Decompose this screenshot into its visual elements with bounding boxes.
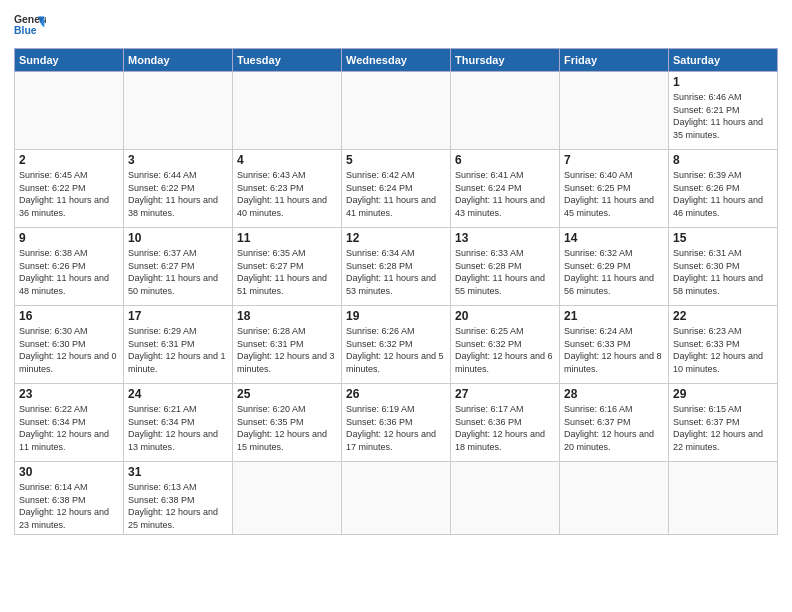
calendar-cell (451, 72, 560, 150)
day-number: 30 (19, 465, 119, 479)
day-number: 18 (237, 309, 337, 323)
calendar-cell: 6Sunrise: 6:41 AM Sunset: 6:24 PM Daylig… (451, 150, 560, 228)
calendar-cell: 8Sunrise: 6:39 AM Sunset: 6:26 PM Daylig… (669, 150, 778, 228)
calendar-week-row: 23Sunrise: 6:22 AM Sunset: 6:34 PM Dayli… (15, 384, 778, 462)
day-number: 28 (564, 387, 664, 401)
calendar-week-row: 9Sunrise: 6:38 AM Sunset: 6:26 PM Daylig… (15, 228, 778, 306)
day-info: Sunrise: 6:46 AM Sunset: 6:21 PM Dayligh… (673, 91, 773, 141)
weekday-header-wednesday: Wednesday (342, 49, 451, 72)
day-info: Sunrise: 6:25 AM Sunset: 6:32 PM Dayligh… (455, 325, 555, 375)
day-info: Sunrise: 6:23 AM Sunset: 6:33 PM Dayligh… (673, 325, 773, 375)
weekday-header-friday: Friday (560, 49, 669, 72)
calendar-cell: 7Sunrise: 6:40 AM Sunset: 6:25 PM Daylig… (560, 150, 669, 228)
day-info: Sunrise: 6:33 AM Sunset: 6:28 PM Dayligh… (455, 247, 555, 297)
day-info: Sunrise: 6:44 AM Sunset: 6:22 PM Dayligh… (128, 169, 228, 219)
day-number: 21 (564, 309, 664, 323)
day-info: Sunrise: 6:41 AM Sunset: 6:24 PM Dayligh… (455, 169, 555, 219)
calendar-week-row: 2Sunrise: 6:45 AM Sunset: 6:22 PM Daylig… (15, 150, 778, 228)
day-number: 15 (673, 231, 773, 245)
day-info: Sunrise: 6:13 AM Sunset: 6:38 PM Dayligh… (128, 481, 228, 531)
calendar-cell (233, 72, 342, 150)
calendar-cell (560, 462, 669, 535)
day-number: 26 (346, 387, 446, 401)
day-info: Sunrise: 6:19 AM Sunset: 6:36 PM Dayligh… (346, 403, 446, 453)
day-number: 27 (455, 387, 555, 401)
calendar-cell: 30Sunrise: 6:14 AM Sunset: 6:38 PM Dayli… (15, 462, 124, 535)
day-info: Sunrise: 6:16 AM Sunset: 6:37 PM Dayligh… (564, 403, 664, 453)
svg-text:Blue: Blue (14, 25, 37, 36)
day-number: 23 (19, 387, 119, 401)
day-info: Sunrise: 6:20 AM Sunset: 6:35 PM Dayligh… (237, 403, 337, 453)
day-number: 17 (128, 309, 228, 323)
day-info: Sunrise: 6:31 AM Sunset: 6:30 PM Dayligh… (673, 247, 773, 297)
calendar-cell: 29Sunrise: 6:15 AM Sunset: 6:37 PM Dayli… (669, 384, 778, 462)
calendar-cell (233, 462, 342, 535)
calendar-cell (15, 72, 124, 150)
day-number: 2 (19, 153, 119, 167)
calendar-cell: 25Sunrise: 6:20 AM Sunset: 6:35 PM Dayli… (233, 384, 342, 462)
calendar-cell: 3Sunrise: 6:44 AM Sunset: 6:22 PM Daylig… (124, 150, 233, 228)
generalblue-logo-icon: General Blue (14, 10, 46, 42)
weekday-header-sunday: Sunday (15, 49, 124, 72)
calendar-cell: 21Sunrise: 6:24 AM Sunset: 6:33 PM Dayli… (560, 306, 669, 384)
day-info: Sunrise: 6:39 AM Sunset: 6:26 PM Dayligh… (673, 169, 773, 219)
day-number: 3 (128, 153, 228, 167)
calendar-table: SundayMondayTuesdayWednesdayThursdayFrid… (14, 48, 778, 535)
day-info: Sunrise: 6:26 AM Sunset: 6:32 PM Dayligh… (346, 325, 446, 375)
calendar-cell: 4Sunrise: 6:43 AM Sunset: 6:23 PM Daylig… (233, 150, 342, 228)
calendar-cell: 10Sunrise: 6:37 AM Sunset: 6:27 PM Dayli… (124, 228, 233, 306)
day-number: 16 (19, 309, 119, 323)
calendar-cell: 17Sunrise: 6:29 AM Sunset: 6:31 PM Dayli… (124, 306, 233, 384)
day-number: 8 (673, 153, 773, 167)
calendar-cell: 11Sunrise: 6:35 AM Sunset: 6:27 PM Dayli… (233, 228, 342, 306)
calendar-cell: 5Sunrise: 6:42 AM Sunset: 6:24 PM Daylig… (342, 150, 451, 228)
day-number: 7 (564, 153, 664, 167)
day-number: 4 (237, 153, 337, 167)
day-number: 31 (128, 465, 228, 479)
day-info: Sunrise: 6:45 AM Sunset: 6:22 PM Dayligh… (19, 169, 119, 219)
day-number: 19 (346, 309, 446, 323)
day-number: 10 (128, 231, 228, 245)
day-number: 25 (237, 387, 337, 401)
calendar-cell: 27Sunrise: 6:17 AM Sunset: 6:36 PM Dayli… (451, 384, 560, 462)
day-number: 13 (455, 231, 555, 245)
calendar-cell: 23Sunrise: 6:22 AM Sunset: 6:34 PM Dayli… (15, 384, 124, 462)
day-info: Sunrise: 6:37 AM Sunset: 6:27 PM Dayligh… (128, 247, 228, 297)
day-info: Sunrise: 6:30 AM Sunset: 6:30 PM Dayligh… (19, 325, 119, 375)
calendar-cell: 22Sunrise: 6:23 AM Sunset: 6:33 PM Dayli… (669, 306, 778, 384)
day-number: 11 (237, 231, 337, 245)
day-number: 22 (673, 309, 773, 323)
day-number: 12 (346, 231, 446, 245)
day-info: Sunrise: 6:34 AM Sunset: 6:28 PM Dayligh… (346, 247, 446, 297)
day-info: Sunrise: 6:15 AM Sunset: 6:37 PM Dayligh… (673, 403, 773, 453)
day-info: Sunrise: 6:32 AM Sunset: 6:29 PM Dayligh… (564, 247, 664, 297)
day-info: Sunrise: 6:42 AM Sunset: 6:24 PM Dayligh… (346, 169, 446, 219)
calendar-cell (342, 72, 451, 150)
day-info: Sunrise: 6:40 AM Sunset: 6:25 PM Dayligh… (564, 169, 664, 219)
calendar-cell (560, 72, 669, 150)
weekday-header-thursday: Thursday (451, 49, 560, 72)
day-number: 20 (455, 309, 555, 323)
day-info: Sunrise: 6:22 AM Sunset: 6:34 PM Dayligh… (19, 403, 119, 453)
day-info: Sunrise: 6:38 AM Sunset: 6:26 PM Dayligh… (19, 247, 119, 297)
calendar-cell: 26Sunrise: 6:19 AM Sunset: 6:36 PM Dayli… (342, 384, 451, 462)
day-info: Sunrise: 6:28 AM Sunset: 6:31 PM Dayligh… (237, 325, 337, 375)
calendar-cell (342, 462, 451, 535)
logo-area: General Blue (14, 10, 46, 42)
calendar-cell (451, 462, 560, 535)
calendar-cell: 2Sunrise: 6:45 AM Sunset: 6:22 PM Daylig… (15, 150, 124, 228)
day-info: Sunrise: 6:21 AM Sunset: 6:34 PM Dayligh… (128, 403, 228, 453)
weekday-header-monday: Monday (124, 49, 233, 72)
day-number: 14 (564, 231, 664, 245)
day-number: 29 (673, 387, 773, 401)
day-number: 5 (346, 153, 446, 167)
day-info: Sunrise: 6:43 AM Sunset: 6:23 PM Dayligh… (237, 169, 337, 219)
calendar-week-row: 1Sunrise: 6:46 AM Sunset: 6:21 PM Daylig… (15, 72, 778, 150)
calendar-cell: 9Sunrise: 6:38 AM Sunset: 6:26 PM Daylig… (15, 228, 124, 306)
day-number: 1 (673, 75, 773, 89)
calendar-cell: 19Sunrise: 6:26 AM Sunset: 6:32 PM Dayli… (342, 306, 451, 384)
calendar-cell: 14Sunrise: 6:32 AM Sunset: 6:29 PM Dayli… (560, 228, 669, 306)
calendar-cell: 18Sunrise: 6:28 AM Sunset: 6:31 PM Dayli… (233, 306, 342, 384)
calendar-cell (669, 462, 778, 535)
day-number: 9 (19, 231, 119, 245)
